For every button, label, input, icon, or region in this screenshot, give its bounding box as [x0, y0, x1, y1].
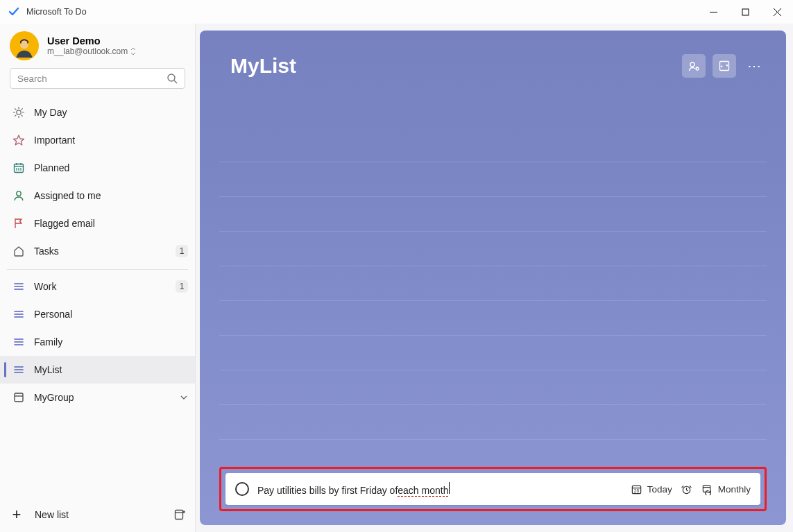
new-group-button[interactable]	[171, 506, 188, 523]
sidebar-item-assigned[interactable]: Assigned to me	[0, 182, 195, 209]
svg-line-14	[15, 115, 16, 116]
svg-point-42	[690, 62, 694, 67]
search-icon	[167, 74, 178, 84]
calendar-icon	[9, 162, 28, 174]
new-list-button[interactable]: + New list	[0, 497, 195, 532]
sidebar-item-personal[interactable]: Personal	[0, 300, 195, 328]
window-title: Microsoft To Do	[26, 7, 87, 17]
app-logo-icon	[8, 6, 19, 17]
sidebar: User Demo m__lab@outlook.com My Day	[0, 24, 196, 532]
sun-icon	[9, 106, 28, 119]
sidebar-item-label: Planned	[34, 162, 188, 173]
sidebar-item-count: 1	[176, 245, 188, 257]
list-canvas: MyList ⋯ Pay utiliti	[200, 31, 786, 525]
list-icon	[9, 280, 28, 293]
svg-line-13	[22, 115, 22, 116]
sidebar-item-mygroup[interactable]: MyGroup	[0, 384, 195, 411]
ruled-lines	[219, 128, 767, 440]
list-icon	[9, 308, 28, 320]
account-chevron-icon	[130, 48, 136, 55]
sidebar-item-planned[interactable]: Planned	[0, 154, 195, 182]
sidebar-item-label: Flagged email	[34, 218, 188, 229]
svg-point-23	[17, 191, 21, 196]
star-icon	[9, 134, 28, 146]
enter-fullscreen-button[interactable]	[713, 54, 736, 78]
new-list-label: New list	[35, 509, 160, 520]
svg-text:28: 28	[634, 488, 640, 493]
svg-line-12	[15, 109, 16, 110]
sidebar-item-flagged[interactable]: Flagged email	[0, 209, 195, 237]
repeat-chip[interactable]: Monthly	[701, 483, 751, 495]
repeat-icon	[701, 483, 714, 495]
plus-icon: +	[10, 506, 24, 524]
sidebar-item-label: MyGroup	[34, 392, 177, 403]
home-icon	[9, 245, 28, 257]
task-radio-icon[interactable]	[235, 482, 249, 496]
list-icon	[9, 336, 28, 348]
sidebar-item-tasks[interactable]: Tasks 1	[0, 237, 195, 265]
svg-line-15	[22, 109, 22, 110]
sidebar-item-label: Important	[34, 135, 188, 146]
svg-point-5	[168, 74, 175, 81]
sidebar-item-mylist[interactable]: MyList	[0, 356, 195, 384]
window-maximize-button[interactable]	[729, 0, 761, 24]
main-panel: MyList ⋯ Pay utiliti	[196, 24, 793, 532]
account-email: m__lab@outlook.com	[47, 46, 136, 56]
sidebar-item-label: Personal	[34, 309, 188, 320]
sidebar-item-label: My Day	[34, 107, 188, 118]
sidebar-item-count: 1	[176, 280, 188, 293]
sidebar-item-family[interactable]: Family	[0, 328, 195, 356]
reminder-icon	[681, 483, 693, 495]
sidebar-item-label: MyList	[34, 364, 188, 375]
list-title[interactable]: MyList	[230, 54, 682, 78]
add-task-highlight: Pay utilities bills by first Friday of e…	[219, 467, 767, 511]
sidebar-item-label: Assigned to me	[34, 190, 188, 201]
sidebar-divider	[7, 269, 188, 270]
svg-line-6	[174, 80, 177, 83]
flag-icon	[9, 217, 28, 230]
sidebar-item-label: Work	[34, 281, 176, 292]
svg-rect-36	[15, 393, 23, 402]
due-date-label: Today	[647, 484, 672, 495]
window-minimize-button[interactable]	[697, 0, 729, 24]
repeat-label: Monthly	[718, 484, 751, 495]
share-list-button[interactable]	[682, 54, 706, 78]
list-icon	[9, 363, 28, 376]
person-icon	[9, 189, 28, 202]
list-options-button[interactable]: ⋯	[743, 54, 767, 78]
add-task-input[interactable]: Pay utilities bills by first Friday of e…	[225, 473, 760, 505]
text-caret	[449, 482, 450, 494]
sidebar-item-my-day[interactable]: My Day	[0, 98, 195, 126]
sidebar-item-work[interactable]: Work 1	[0, 273, 195, 300]
sidebar-item-label: Family	[34, 336, 188, 347]
window-close-button[interactable]	[761, 0, 793, 24]
svg-rect-38	[176, 510, 183, 520]
reminder-button[interactable]	[681, 483, 693, 495]
due-date-chip[interactable]: 28 Today	[631, 483, 672, 495]
svg-point-7	[17, 110, 21, 114]
calendar-icon: 28	[631, 483, 643, 495]
avatar	[10, 31, 39, 60]
add-task-text[interactable]: Pay utilities bills by first Friday of e…	[257, 482, 622, 497]
group-icon	[9, 391, 28, 404]
sidebar-item-label: Tasks	[34, 246, 176, 257]
nav-list: My Day Important Planned	[0, 96, 195, 497]
account-name: User Demo	[47, 35, 136, 46]
sidebar-item-important[interactable]: Important	[0, 126, 195, 154]
search-input[interactable]	[10, 68, 185, 89]
search-input-field[interactable]	[17, 74, 167, 84]
chevron-down-icon	[180, 393, 188, 402]
window-titlebar: Microsoft To Do	[0, 0, 793, 24]
svg-rect-1	[742, 9, 749, 15]
account-button[interactable]: User Demo m__lab@outlook.com	[0, 24, 195, 65]
